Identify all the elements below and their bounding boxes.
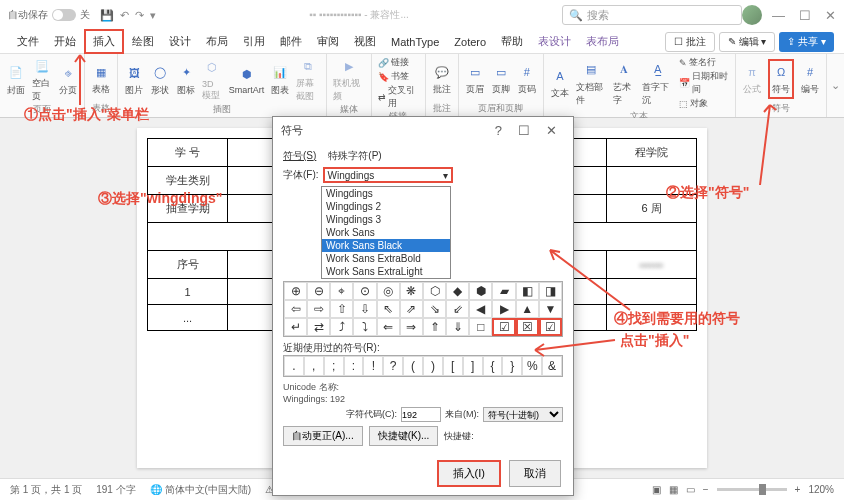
- link-button[interactable]: 🔗 链接: [378, 56, 419, 69]
- symbol-cell[interactable]: ⇨: [307, 300, 330, 318]
- bookmark-button[interactable]: 🔖 书签: [378, 70, 419, 83]
- zoom-out-icon[interactable]: −: [703, 484, 709, 495]
- zoom-in-icon[interactable]: +: [795, 484, 801, 495]
- symbol-cell[interactable]: ⊙: [353, 282, 376, 300]
- symbol-cell[interactable]: ▲: [516, 300, 539, 318]
- symbol-cell[interactable]: ⇩: [353, 300, 376, 318]
- editing-button[interactable]: ✎ 编辑 ▾: [719, 32, 776, 52]
- recent-symbol[interactable]: {: [483, 356, 503, 376]
- word-count[interactable]: 191 个字: [96, 483, 135, 497]
- menu-home[interactable]: 开始: [47, 31, 83, 52]
- share-button[interactable]: ⇪ 共享 ▾: [779, 32, 834, 52]
- shortcutkey-button[interactable]: 快捷键(K)...: [369, 426, 439, 446]
- dropcap-button[interactable]: A̲首字下沉: [642, 60, 673, 107]
- symbol-cell[interactable]: ◧: [516, 282, 539, 300]
- language[interactable]: 🌐 简体中文(中国大陆): [150, 483, 251, 497]
- menu-tablelayout[interactable]: 表布局: [579, 31, 626, 52]
- view-print-icon[interactable]: ▦: [669, 484, 678, 495]
- collapse-ribbon-icon[interactable]: ⌄: [831, 79, 840, 92]
- symbol-cell[interactable]: ⇐: [377, 318, 400, 336]
- table-button[interactable]: ▦表格: [91, 62, 111, 96]
- menu-design[interactable]: 设计: [162, 31, 198, 52]
- equation-button[interactable]: π公式: [742, 62, 762, 96]
- recent-symbol[interactable]: ]: [463, 356, 483, 376]
- tab-special[interactable]: 特殊字符(P): [328, 149, 381, 163]
- object-button[interactable]: ⬚ 对象: [679, 97, 729, 110]
- menu-draw[interactable]: 绘图: [125, 31, 161, 52]
- recent-symbol[interactable]: ?: [383, 356, 403, 376]
- recent-symbol[interactable]: [: [443, 356, 463, 376]
- maximize-icon[interactable]: ☐: [799, 8, 811, 23]
- cancel-button[interactable]: 取消: [509, 460, 561, 487]
- video-button[interactable]: ▶联机视频: [333, 56, 365, 103]
- symbol-cell[interactable]: ⇙: [446, 300, 469, 318]
- dialog-titlebar[interactable]: 符号 ? ☐ ✕: [273, 117, 573, 143]
- symbol-cell[interactable]: ⇖: [377, 300, 400, 318]
- recent-symbol[interactable]: ;: [324, 356, 344, 376]
- chart-button[interactable]: 📊图表: [270, 63, 290, 97]
- menu-mathtype[interactable]: MathType: [384, 33, 446, 51]
- symbol-cell[interactable]: ⬢: [469, 282, 492, 300]
- zoom-level[interactable]: 120%: [808, 484, 834, 495]
- symbol-cell[interactable]: ⊖: [307, 282, 330, 300]
- redo-icon[interactable]: ↷: [135, 9, 144, 22]
- smartart-button[interactable]: ⬢SmartArt: [229, 64, 265, 95]
- recent-symbol[interactable]: :: [344, 356, 364, 376]
- help-icon[interactable]: ?: [487, 123, 510, 138]
- menu-insert[interactable]: 插入: [84, 29, 124, 54]
- autosave-toggle[interactable]: 自动保存 关: [8, 8, 90, 22]
- page-count[interactable]: 第 1 页，共 1 页: [10, 483, 82, 497]
- symbol-cell[interactable]: ↵: [284, 318, 307, 336]
- icons-button[interactable]: ✦图标: [176, 63, 196, 97]
- font-combobox[interactable]: Wingdings▾: [323, 167, 453, 183]
- comments-button[interactable]: ☐ 批注: [665, 32, 715, 52]
- view-web-icon[interactable]: ▭: [686, 484, 695, 495]
- datetime-button[interactable]: 📅 日期和时间: [679, 70, 729, 96]
- menu-layout[interactable]: 布局: [199, 31, 235, 52]
- screenshot-button[interactable]: ⧉屏幕截图: [296, 56, 319, 103]
- menu-help[interactable]: 帮助: [494, 31, 530, 52]
- menu-review[interactable]: 审阅: [310, 31, 346, 52]
- symbol-cell[interactable]: ⇄: [307, 318, 330, 336]
- font-option[interactable]: Work Sans ExtraBold: [322, 252, 450, 265]
- symbol-cell[interactable]: ❋: [400, 282, 423, 300]
- shapes-button[interactable]: ◯形状: [150, 63, 170, 97]
- symbol-cell[interactable]: ⤵: [353, 318, 376, 336]
- cover-page-button[interactable]: 📄封面: [6, 63, 26, 97]
- font-option[interactable]: Wingdings: [322, 187, 450, 200]
- recent-symbol[interactable]: }: [502, 356, 522, 376]
- 3dmodel-button[interactable]: ⬡3D 模型: [202, 58, 223, 102]
- number-button[interactable]: #编号: [800, 62, 820, 96]
- maximize-dialog-icon[interactable]: ☐: [510, 123, 538, 138]
- recent-symbol[interactable]: ,: [304, 356, 324, 376]
- recent-symbol[interactable]: ): [423, 356, 443, 376]
- symbol-cell[interactable]: ◎: [377, 282, 400, 300]
- crossref-button[interactable]: ⇄ 交叉引用: [378, 84, 419, 110]
- symbol-cell[interactable]: ⌖: [330, 282, 353, 300]
- avatar[interactable]: [742, 5, 762, 25]
- symbol-cell[interactable]: ⇓: [446, 318, 469, 336]
- save-icon[interactable]: 💾: [100, 9, 114, 22]
- close-icon[interactable]: ✕: [825, 8, 836, 23]
- menu-mailings[interactable]: 邮件: [273, 31, 309, 52]
- symbol-cell-check[interactable]: ☑: [492, 318, 515, 336]
- symbol-button[interactable]: Ω符号: [768, 59, 794, 99]
- sigline-button[interactable]: ✎ 签名行: [679, 56, 729, 69]
- menu-zotero[interactable]: Zotero: [447, 33, 493, 51]
- recent-symbol[interactable]: .: [284, 356, 304, 376]
- symbol-cell[interactable]: ⤴: [330, 318, 353, 336]
- symbol-cell[interactable]: ⇗: [400, 300, 423, 318]
- zoom-slider[interactable]: [717, 488, 787, 491]
- header-button[interactable]: ▭页眉: [465, 62, 485, 96]
- symbol-cell[interactable]: ⇘: [423, 300, 446, 318]
- search-box[interactable]: 🔍 搜索: [562, 5, 742, 25]
- menu-references[interactable]: 引用: [236, 31, 272, 52]
- symbol-cell[interactable]: ⇧: [330, 300, 353, 318]
- symbol-cell[interactable]: ⇒: [400, 318, 423, 336]
- font-option[interactable]: Wingdings 2: [322, 200, 450, 213]
- charcode-input[interactable]: [401, 407, 441, 422]
- font-option[interactable]: Work Sans ExtraLight: [322, 265, 450, 278]
- menu-view[interactable]: 视图: [347, 31, 383, 52]
- menu-tabledesign[interactable]: 表设计: [531, 31, 578, 52]
- close-dialog-icon[interactable]: ✕: [538, 123, 565, 138]
